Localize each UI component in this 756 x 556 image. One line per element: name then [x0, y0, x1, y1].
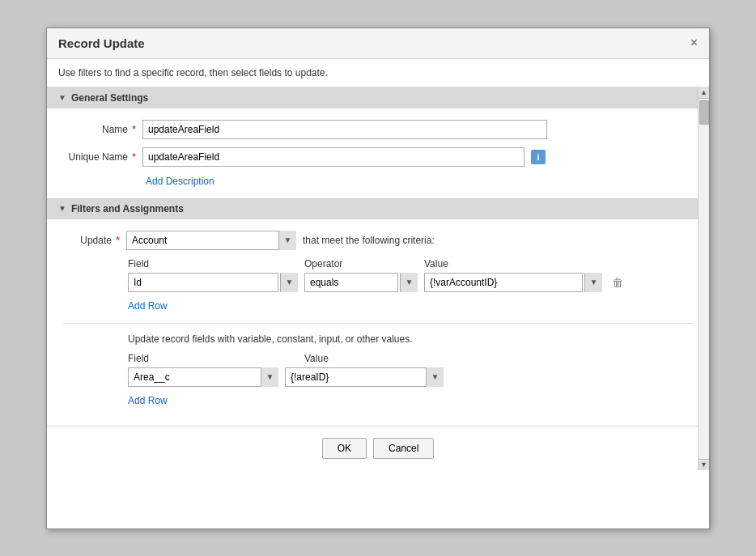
unique-name-row: Unique Name * i [63, 147, 693, 167]
update-select-wrapper: Account ▼ [126, 231, 296, 250]
fov-field-wrapper: Id ▼ [128, 273, 298, 292]
fov-field-select[interactable]: Id [128, 273, 278, 292]
modal-title: Record Update [58, 36, 145, 50]
assignment-field-wrapper: Area__c ▼ [128, 367, 278, 387]
modal-overlay: Record Update × Use filters to find a sp… [0, 0, 756, 556]
unique-name-required: * [132, 151, 136, 163]
modal-subtitle: Use filters to find a specific record, t… [47, 59, 709, 87]
delete-filter-row-button[interactable]: 🗑 [609, 274, 626, 291]
fov-headers: Field Operator Value [128, 258, 693, 270]
fov-field-arrow: ▼ [280, 273, 298, 292]
assignment-headers: Field Value [128, 353, 693, 364]
assignment-row-1: Area__c ▼ {!areaID} ▼ [128, 367, 693, 387]
ok-button[interactable]: OK [322, 438, 367, 459]
unique-name-label: Unique Name * [63, 151, 136, 163]
assignment-field-header: Field [128, 353, 298, 364]
add-filter-row-link[interactable]: Add Row [128, 300, 168, 312]
modal-footer: OK Cancel [47, 426, 709, 470]
add-description-link[interactable]: Add Description [146, 176, 214, 187]
fov-value-select[interactable]: {!varAccountID} [424, 273, 583, 292]
field-header: Field [128, 258, 298, 270]
filters-label: Filters and Assignments [71, 203, 184, 214]
scrollbar-up-button[interactable]: ▲ [699, 87, 710, 99]
general-settings-label: General Settings [71, 92, 148, 104]
fov-operator-arrow: ▼ [400, 273, 418, 292]
update-select[interactable]: Account [126, 231, 296, 250]
fov-operator-wrapper: equals ▼ [304, 273, 418, 292]
scrollbar-track: ▲ ▼ [698, 87, 709, 470]
scrollbar-down-button[interactable]: ▼ [699, 459, 710, 470]
value-header: Value [424, 258, 602, 270]
unique-name-input[interactable] [142, 147, 525, 167]
update-fields-text: Update record fields with variable, cons… [128, 333, 693, 345]
update-required: * [116, 235, 120, 246]
assignments-section: Update record fields with variable, cons… [63, 323, 693, 406]
criteria-text: that meet the following criteria: [303, 235, 435, 246]
name-input[interactable] [142, 120, 547, 139]
filters-body: Update * Account ▼ that meet the followi… [47, 219, 709, 418]
assignment-field-select[interactable]: Area__c [128, 367, 278, 387]
record-update-modal: Record Update × Use filters to find a sp… [46, 28, 710, 529]
scrollbar-thumb[interactable] [699, 100, 709, 125]
info-button[interactable]: i [531, 150, 546, 164]
name-row: Name * [63, 120, 693, 139]
general-settings-triangle: ▼ [58, 93, 66, 102]
close-button[interactable]: × [690, 36, 698, 49]
name-required: * [132, 124, 136, 135]
fov-value-arrow: ▼ [584, 273, 602, 292]
assignment-value-wrapper: {!areaID} ▼ [285, 367, 444, 387]
general-settings-header: ▼ General Settings [47, 87, 709, 108]
update-row: Update * Account ▼ that meet the followi… [63, 231, 693, 250]
name-label: Name * [63, 124, 136, 135]
add-assignment-row-link[interactable]: Add Row [128, 395, 168, 406]
filters-header: ▼ Filters and Assignments [47, 198, 709, 219]
assignment-value-select[interactable]: {!areaID} [285, 367, 444, 387]
filter-row-1: Id ▼ equals ▼ {!varAccountID} [128, 273, 693, 292]
fov-operator-select[interactable]: equals [304, 273, 398, 292]
trash-icon: 🗑 [612, 276, 623, 289]
update-label: Update * [63, 235, 120, 246]
cancel-button[interactable]: Cancel [373, 438, 434, 459]
modal-header: Record Update × [47, 28, 709, 59]
filters-triangle: ▼ [58, 204, 66, 213]
operator-header: Operator [304, 258, 418, 270]
fov-value-wrapper: {!varAccountID} ▼ [424, 273, 602, 292]
general-settings-body: Name * Unique Name * i Add Description [47, 108, 709, 198]
modal-content: ▼ General Settings Name * Unique Name * [47, 87, 709, 470]
assignment-value-header: Value [304, 353, 482, 364]
